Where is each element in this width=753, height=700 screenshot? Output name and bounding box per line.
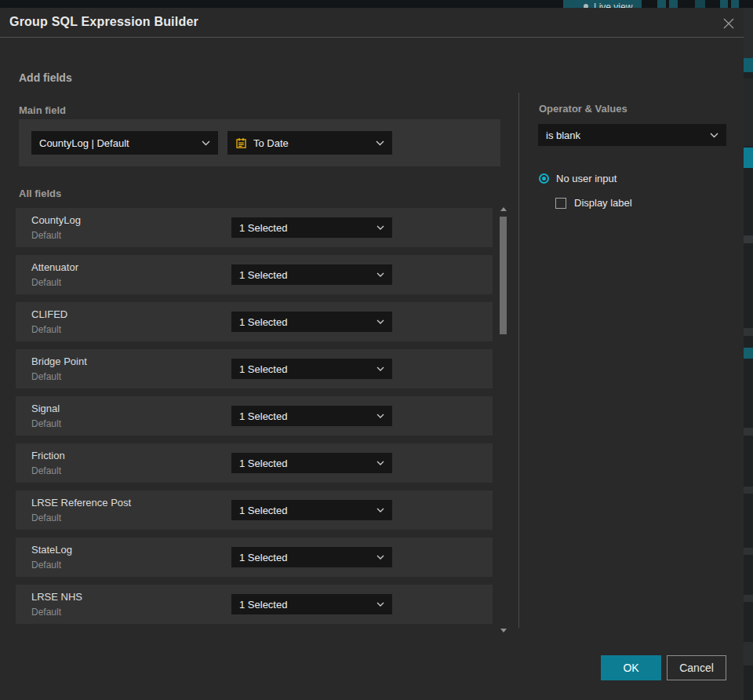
scroll-down-icon[interactable] xyxy=(500,629,507,633)
main-field-date-value: To Date xyxy=(253,137,369,149)
chevron-down-icon xyxy=(376,272,384,277)
background-fragment xyxy=(744,348,753,359)
add-fields-heading: Add fields xyxy=(19,71,72,84)
cancel-button[interactable]: Cancel xyxy=(667,655,726,680)
field-subtitle: Default xyxy=(31,607,61,618)
field-subtitle: Default xyxy=(31,465,61,476)
main-field-date-select[interactable]: To Date xyxy=(227,131,392,155)
field-subtitle: Default xyxy=(31,418,61,429)
toolbar-button-fragment xyxy=(720,0,728,8)
operator-select-value: is blank xyxy=(546,129,704,141)
field-subtitle: Default xyxy=(31,230,61,241)
background-fragment xyxy=(744,78,753,146)
operator-values-heading: Operator & Values xyxy=(539,103,628,115)
main-field-select-value: CountyLog | Default xyxy=(39,137,195,149)
field-selected-dropdown[interactable]: 1 Selected xyxy=(231,594,392,614)
field-selected-dropdown[interactable]: 1 Selected xyxy=(231,547,392,567)
scrollbar-thumb[interactable] xyxy=(500,217,507,334)
close-icon[interactable] xyxy=(722,16,736,31)
chevron-down-icon xyxy=(376,140,384,146)
field-name: Attenuator xyxy=(31,261,78,273)
field-row-bridge-point: Bridge Point Default 1 Selected xyxy=(16,349,493,388)
selected-count: 1 Selected xyxy=(239,458,370,469)
field-selected-dropdown[interactable]: 1 Selected xyxy=(231,217,392,238)
operator-select[interactable]: is blank xyxy=(538,124,726,146)
no-user-input-radio[interactable]: No user input xyxy=(539,173,617,184)
field-selected-dropdown[interactable]: 1 Selected xyxy=(231,264,392,285)
background-fragment xyxy=(744,548,753,555)
background-fragment xyxy=(744,642,753,665)
chevron-down-icon xyxy=(376,225,384,230)
toolbar-button-fragment xyxy=(657,0,666,8)
selected-count: 1 Selected xyxy=(239,410,370,422)
field-selected-dropdown[interactable]: 1 Selected xyxy=(231,312,392,332)
field-name: Bridge Point xyxy=(31,355,87,367)
selected-count: 1 Selected xyxy=(239,599,370,611)
chevron-down-icon xyxy=(376,366,384,371)
live-view-label: Live view xyxy=(594,2,632,8)
display-label-checkbox[interactable]: Display label xyxy=(555,197,632,209)
chevron-down-icon xyxy=(376,555,384,560)
toolbar-button-fragment xyxy=(695,0,705,8)
group-sql-expression-builder-dialog: Group SQL Expression Builder Add fields … xyxy=(0,8,744,700)
field-name: Friction xyxy=(31,450,65,461)
background-fragment xyxy=(744,428,753,436)
all-fields-list: CountyLog Default 1 Selected Attenuator … xyxy=(16,208,493,624)
background-fragment xyxy=(744,8,753,58)
ok-button[interactable]: OK xyxy=(601,655,661,680)
chevron-down-icon xyxy=(376,508,384,512)
fields-scrollbar[interactable] xyxy=(499,202,508,634)
toolbar-button-fragment xyxy=(731,0,739,8)
field-row-countylog: CountyLog Default 1 Selected xyxy=(16,208,493,247)
background-fragment xyxy=(744,487,753,494)
background-fragment xyxy=(744,58,753,72)
field-name: LRSE NHS xyxy=(31,591,82,603)
field-row-statelog: StateLog Default 1 Selected xyxy=(16,538,493,577)
toolbar-button-fragment xyxy=(669,0,678,8)
field-name: LRSE Reference Post xyxy=(31,497,131,509)
no-user-input-label: No user input xyxy=(556,173,617,184)
background-fragment xyxy=(744,235,753,243)
chevron-down-icon xyxy=(202,140,210,146)
panel-divider xyxy=(518,93,519,628)
field-row-signal: Signal Default 1 Selected xyxy=(16,396,493,436)
field-subtitle: Default xyxy=(31,324,61,335)
dialog-title: Group SQL Expression Builder xyxy=(9,15,198,29)
field-selected-dropdown[interactable]: 1 Selected xyxy=(231,500,392,520)
chevron-down-icon xyxy=(376,461,384,465)
background-fragment xyxy=(744,328,753,336)
field-selected-dropdown[interactable]: 1 Selected xyxy=(231,406,392,426)
chevron-down-icon xyxy=(710,133,718,138)
background-toolbar-sliver: Live view xyxy=(0,0,753,8)
selected-count: 1 Selected xyxy=(239,222,370,234)
chevron-down-icon xyxy=(376,414,384,418)
main-field-container: CountyLog | Default To Date xyxy=(19,119,500,166)
live-view-toggle-fragment: Live view xyxy=(563,0,642,8)
field-row-clifed: CLIFED Default 1 Selected xyxy=(16,302,493,341)
field-subtitle: Default xyxy=(31,277,61,288)
screen: Live view Group SQL Expression Builder A… xyxy=(0,0,753,700)
field-selected-dropdown[interactable]: 1 Selected xyxy=(231,359,392,379)
all-fields-label: All fields xyxy=(19,188,61,199)
chevron-down-icon xyxy=(376,602,384,607)
field-name: StateLog xyxy=(31,544,72,556)
field-row-friction: Friction Default 1 Selected xyxy=(16,443,493,483)
selected-count: 1 Selected xyxy=(239,363,370,375)
main-field-select[interactable]: CountyLog | Default xyxy=(31,131,218,155)
background-fragment xyxy=(744,595,753,602)
calendar-icon xyxy=(235,137,247,149)
main-field-label: Main field xyxy=(19,104,66,116)
radio-selected-icon xyxy=(539,173,549,184)
field-row-attenuator: Attenuator Default 1 Selected xyxy=(16,255,493,294)
chevron-down-icon xyxy=(376,319,384,324)
selected-count: 1 Selected xyxy=(239,316,370,328)
selected-count: 1 Selected xyxy=(239,552,370,563)
selected-count: 1 Selected xyxy=(239,505,370,516)
field-name: CLIFED xyxy=(31,308,67,320)
scroll-up-icon[interactable] xyxy=(500,207,507,211)
field-subtitle: Default xyxy=(31,560,61,571)
field-row-lrse-nhs: LRSE NHS Default 1 Selected xyxy=(16,585,493,624)
field-subtitle: Default xyxy=(31,512,61,523)
field-selected-dropdown[interactable]: 1 Selected xyxy=(231,453,392,473)
field-name: CountyLog xyxy=(31,214,81,226)
